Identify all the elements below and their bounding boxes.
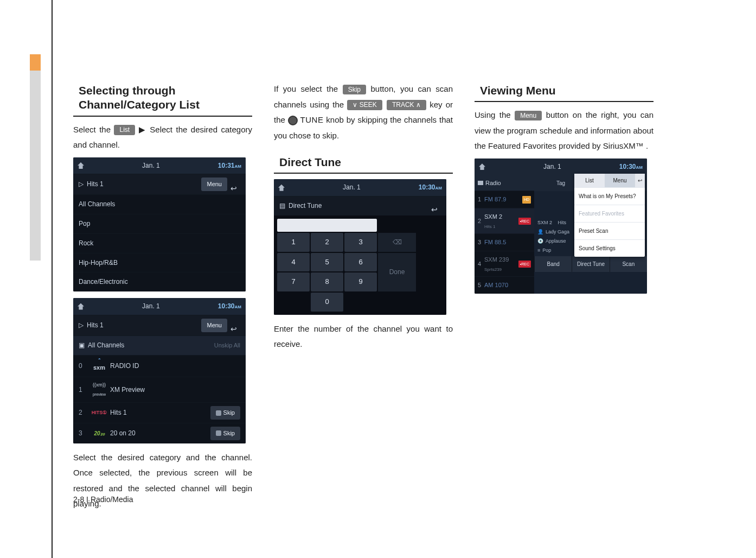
list-item[interactable]: Hip-Hop/R&B bbox=[73, 253, 246, 272]
current-channel: Hits 1 bbox=[87, 319, 199, 332]
keypad: 1 2 3 4 5 6 Done 7 8 9 0 bbox=[274, 215, 446, 315]
back-icon[interactable] bbox=[230, 322, 240, 328]
hits1-icon: HITS① bbox=[88, 408, 110, 417]
list-item[interactable]: Rock bbox=[73, 233, 246, 253]
keypad-0[interactable]: 0 bbox=[311, 293, 343, 312]
preset-item[interactable]: 4SXM 239Sprts239•REC bbox=[475, 251, 534, 276]
keypad-8[interactable]: 8 bbox=[311, 272, 343, 291]
intro-before: Select the bbox=[73, 125, 114, 134]
all-channels-row[interactable]: ▣ All Channels Unskip All bbox=[73, 335, 246, 355]
margin-line bbox=[52, 0, 53, 558]
column-2: If you select the Skip button, you can s… bbox=[274, 81, 453, 512]
keypad-7[interactable]: 7 bbox=[277, 272, 310, 291]
text: If you select the bbox=[274, 84, 343, 93]
channel-row[interactable]: 3 20₂₀ 20 on 20 Skip bbox=[73, 423, 246, 443]
dropdown-item[interactable]: What is on My Presets? bbox=[574, 187, 645, 205]
column-1: Selecting through Channel/Category List … bbox=[73, 81, 252, 512]
screenshot-direct-tune: Jan. 1 10:30AM ▤ Direct Tune 1 2 3 4 5 bbox=[274, 179, 446, 314]
channel-number: 3 bbox=[79, 427, 88, 440]
tune-label: TUNE bbox=[300, 115, 324, 124]
band-button[interactable]: Band bbox=[534, 256, 572, 272]
dropdown-item[interactable]: Sound Settings bbox=[574, 239, 645, 257]
keypad-6[interactable]: 6 bbox=[344, 253, 377, 272]
keypad-5[interactable]: 5 bbox=[311, 253, 343, 272]
header-row: ▷ Hits 1 Menu bbox=[73, 174, 246, 194]
keypad-3[interactable]: 3 bbox=[344, 233, 377, 252]
keypad-2[interactable]: 2 bbox=[311, 233, 343, 252]
viewing-menu-paragraph: Using the Menu button on the right, you … bbox=[475, 107, 654, 154]
preset-item[interactable]: 1FM 87.9HD bbox=[475, 191, 534, 208]
unskip-all-button[interactable]: Unskip All bbox=[214, 340, 240, 351]
skip-button[interactable]: Skip bbox=[210, 427, 240, 440]
home-icon[interactable] bbox=[78, 303, 84, 310]
list-button[interactable]: List bbox=[114, 125, 135, 135]
channel-label: 20 on 20 bbox=[110, 427, 210, 440]
keypad-done[interactable]: Done bbox=[378, 253, 416, 291]
channel-input[interactable] bbox=[277, 219, 377, 232]
page-content: Selecting through Channel/Category List … bbox=[73, 81, 664, 512]
bottom-bar: Band Direct Tune Scan bbox=[534, 256, 647, 272]
keypad-1[interactable]: 1 bbox=[277, 233, 310, 252]
all-channels-label: All Channels bbox=[88, 339, 214, 352]
xm-preview-icon: ((xm))preview bbox=[88, 381, 110, 399]
menu-dropdown: List Menu ↩ What is on My Presets? Featu… bbox=[574, 174, 645, 257]
text: Using the bbox=[475, 110, 515, 119]
channel-row[interactable]: 0 ⌃sxm RADIO ID bbox=[73, 355, 246, 377]
direct-tune-caption: Enter the number of the channel you want… bbox=[274, 321, 453, 352]
keypad-9[interactable]: 9 bbox=[344, 272, 377, 291]
dropdown-list-button[interactable]: List bbox=[574, 174, 605, 187]
channel-label: XM Preview bbox=[110, 384, 240, 396]
menu-button[interactable]: Menu bbox=[201, 319, 227, 332]
channel-label: Hits 1 bbox=[110, 407, 210, 419]
channel-number: 2 bbox=[79, 407, 88, 419]
list-item[interactable]: Pop bbox=[73, 214, 246, 233]
keypad-4[interactable]: 4 bbox=[277, 253, 310, 272]
sxm-icon: ⌃sxm bbox=[88, 359, 110, 373]
status-bar: Jan. 1 10:30AM bbox=[274, 179, 446, 196]
channel-row[interactable]: 1 ((xm))preview XM Preview bbox=[73, 377, 246, 402]
preset-item[interactable]: 2SXM 2Hits 1•REC bbox=[475, 208, 534, 233]
track-button[interactable]: TRACK ∧ bbox=[387, 100, 426, 110]
section-title-channel-list: Selecting through Channel/Category List bbox=[73, 81, 252, 117]
preset-item[interactable]: 3FM 88.5 bbox=[475, 233, 534, 251]
keypad-delete[interactable] bbox=[378, 233, 416, 252]
skip-button[interactable]: Skip bbox=[210, 406, 240, 420]
skip-button-inline[interactable]: Skip bbox=[343, 85, 366, 94]
presets-sidebar: Radio 1FM 87.9HD 2SXM 2Hits 1•REC 3FM 88… bbox=[475, 175, 534, 294]
current-channel: Hits 1 bbox=[87, 178, 199, 191]
home-icon[interactable] bbox=[78, 162, 84, 169]
dropdown-menu-button[interactable]: Menu bbox=[605, 174, 635, 187]
header-row: ▷ Hits 1 Menu bbox=[73, 315, 246, 335]
radio-header: Radio bbox=[475, 175, 534, 191]
menu-button[interactable]: Menu bbox=[201, 177, 227, 191]
status-time: 10:30AM bbox=[419, 181, 442, 194]
back-icon[interactable] bbox=[230, 181, 240, 188]
status-bar: Jan. 1 10:31AM bbox=[73, 157, 246, 174]
seek-button[interactable]: ∨ SEEK bbox=[347, 100, 382, 110]
dropdown-item[interactable]: Featured Favorites bbox=[574, 205, 645, 222]
status-time: 10:31AM bbox=[218, 160, 241, 172]
status-bar: Jan. 1 10:30AM bbox=[475, 158, 647, 175]
skip-paragraph: If you select the Skip button, you can s… bbox=[274, 81, 453, 143]
dropdown-item[interactable]: Preset Scan bbox=[574, 222, 645, 239]
preset-item[interactable]: 5AM 1070 bbox=[475, 276, 534, 294]
list-item[interactable]: Dance/Electronic bbox=[73, 272, 246, 291]
scan-button[interactable]: Scan bbox=[610, 256, 647, 272]
back-icon[interactable]: ↩ bbox=[635, 174, 645, 187]
channel-label: RADIO ID bbox=[110, 360, 240, 372]
screenshot-category-list: Jan. 1 10:31AM ▷ Hits 1 Menu All Channel… bbox=[73, 157, 246, 292]
20on20-icon: 20₂₀ bbox=[88, 428, 110, 439]
status-date: Jan. 1 bbox=[485, 161, 619, 173]
status-bar: Jan. 1 10:30AM bbox=[73, 298, 246, 315]
screenshot-radio-menu: Jan. 1 10:30AM Radio 1FM 87.9HD 2SXM 2Hi… bbox=[475, 158, 647, 294]
channel-row[interactable]: 2 HITS① Hits 1 Skip bbox=[73, 402, 246, 423]
direct-tune-button[interactable]: Direct Tune bbox=[572, 256, 609, 272]
status-time: 10:30AM bbox=[619, 161, 643, 173]
tune-knob-icon bbox=[288, 116, 298, 125]
menu-button-inline[interactable]: Menu bbox=[515, 111, 542, 121]
home-icon[interactable] bbox=[278, 185, 285, 191]
list-item[interactable]: All Channels bbox=[73, 194, 246, 214]
home-icon[interactable] bbox=[479, 163, 485, 170]
back-icon[interactable] bbox=[431, 202, 441, 209]
status-time: 10:30AM bbox=[218, 300, 241, 313]
